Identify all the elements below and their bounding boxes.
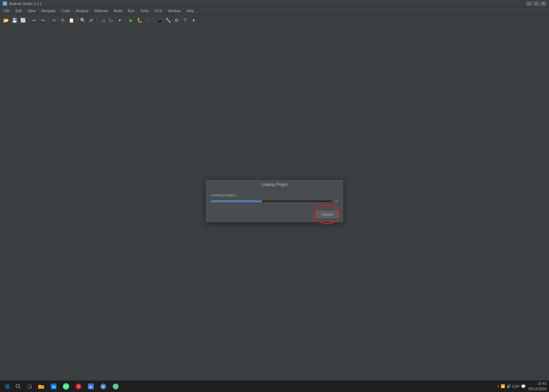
- progress-row: ⟳: [211, 199, 338, 204]
- cancel-button[interactable]: Cancel: [316, 211, 338, 218]
- taskbar-task-view[interactable]: ❑: [25, 382, 34, 391]
- svg-text:🤖: 🤖: [114, 385, 118, 389]
- tray-volume-icon: 🔊: [507, 384, 511, 388]
- toolbar-sep-6: [154, 17, 154, 24]
- toolbar-save[interactable]: 💾: [10, 16, 18, 24]
- menu-edit[interactable]: Edit: [13, 8, 25, 13]
- clock-time: 15:43: [528, 381, 546, 386]
- dialog-status-text: Loading project...: [211, 193, 338, 197]
- svg-line-1: [19, 387, 20, 388]
- menu-tools[interactable]: Tools: [138, 8, 151, 13]
- toolbar-dropdown[interactable]: ▾: [116, 16, 124, 24]
- menu-vcs[interactable]: VCS: [152, 8, 165, 13]
- toolbar-sep-4: [97, 17, 97, 24]
- toolbar-sep-2: [48, 17, 49, 24]
- taskbar-app-extra2[interactable]: ✿: [98, 381, 108, 392]
- menu-analyze[interactable]: Analyze: [73, 8, 91, 13]
- svg-text:✿: ✿: [102, 385, 105, 388]
- taskbar-app-android-studio[interactable]: AS: [61, 381, 71, 392]
- menu-run[interactable]: Run: [125, 8, 137, 13]
- taskbar-app-android[interactable]: 🤖: [110, 381, 121, 392]
- cancel-button-wrapper: Cancel: [316, 211, 338, 218]
- dialog-title-bar: Loading Project: [206, 180, 343, 189]
- toolbar-cut[interactable]: ✂: [50, 16, 58, 24]
- svg-text:AS: AS: [64, 385, 68, 388]
- system-clock[interactable]: 15:43 05/12/2016: [528, 381, 546, 391]
- menu-view[interactable]: View: [25, 8, 38, 13]
- menu-file[interactable]: File: [1, 8, 12, 13]
- menu-navigate[interactable]: Navigate: [39, 8, 58, 13]
- maximize-button[interactable]: □: [533, 1, 539, 6]
- toolbar-avd[interactable]: 📱: [156, 16, 163, 24]
- taskbar-left: ⊞ ❑ 🛍 AS O ▶ ✿ 🤖: [3, 381, 121, 392]
- toolbar-paste[interactable]: 📋: [67, 16, 75, 24]
- taskbar-windows-button[interactable]: ⊞: [3, 382, 12, 391]
- dialog-footer: Cancel: [206, 211, 343, 222]
- menu-refactor[interactable]: Refactor: [92, 8, 111, 13]
- toolbar-find[interactable]: 🔍: [79, 16, 87, 24]
- taskbar-app-opera[interactable]: O: [73, 381, 84, 392]
- title-bar-left: A Android Studio 2.2.2: [3, 1, 42, 6]
- minimize-button[interactable]: —: [526, 1, 532, 6]
- toolbar-help[interactable]: ?: [181, 16, 189, 24]
- title-text: Android Studio 2.2.2: [9, 2, 42, 6]
- svg-text:▶: ▶: [90, 385, 92, 388]
- toolbar-forward[interactable]: ▷: [107, 16, 115, 24]
- clock-date: 05/12/2016: [528, 386, 546, 391]
- svg-text:🛍: 🛍: [52, 384, 56, 389]
- progress-bar-fill: [211, 200, 262, 202]
- toolbar-sdk[interactable]: 🔧: [164, 16, 172, 24]
- toolbar-redo[interactable]: ↪: [39, 16, 47, 24]
- toolbar-sep-3: [77, 17, 77, 24]
- toolbar-stop[interactable]: ⬛: [144, 16, 152, 24]
- svg-point-0: [16, 384, 19, 387]
- app-icon: A: [3, 1, 7, 6]
- tray-network-icon: 📶: [501, 384, 505, 388]
- title-bar-controls: — □ ✕: [526, 1, 546, 6]
- tray-language: ESP: [512, 384, 520, 388]
- progress-spinner-icon: ⟳: [335, 199, 338, 204]
- toolbar-debug[interactable]: 🐛: [136, 16, 143, 24]
- toolbar-sync[interactable]: 🔄: [19, 16, 27, 24]
- status-bar: [0, 373, 549, 380]
- toolbar-run[interactable]: ▶: [127, 16, 135, 24]
- close-button[interactable]: ✕: [541, 1, 546, 6]
- toolbar: 📂 💾 🔄 ↩ ↪ ✂ ⎘ 📋 🔍 ⇄ ◁ ▷ ▾ ▶ 🐛 ⬛ 📱 🔧 ⚙ ? …: [0, 14, 549, 26]
- taskbar-app-store[interactable]: 🛍: [48, 381, 59, 392]
- taskbar-search-button[interactable]: [14, 382, 23, 391]
- title-bar: A Android Studio 2.2.2 — □ ✕: [0, 0, 549, 7]
- menu-bar: File Edit View Navigate Code Analyze Ref…: [0, 7, 549, 14]
- dialog-title-text: Loading Project: [261, 182, 288, 187]
- main-area: Loading Project Loading project... ⟳ Can…: [0, 26, 549, 380]
- progress-bar: [211, 200, 332, 203]
- toolbar-open[interactable]: 📂: [2, 16, 10, 24]
- toolbar-replace[interactable]: ⇄: [87, 16, 95, 24]
- tray-notification-icon[interactable]: 💬: [521, 384, 526, 389]
- toolbar-copy[interactable]: ⎘: [59, 16, 67, 24]
- taskbar: ⊞ ❑ 🛍 AS O ▶ ✿ 🤖: [0, 380, 549, 392]
- menu-help[interactable]: Help: [184, 8, 197, 13]
- toolbar-sep-5: [125, 17, 125, 24]
- toolbar-sep-1: [28, 17, 29, 24]
- dialog-content: Loading project... ⟳: [206, 189, 343, 211]
- svg-text:O: O: [77, 384, 80, 388]
- system-tray: ∧ 📶 🔊 ESP 💬: [497, 384, 526, 389]
- menu-window[interactable]: Window: [165, 8, 183, 13]
- toolbar-undo[interactable]: ↩: [30, 16, 38, 24]
- toolbar-back[interactable]: ◁: [99, 16, 107, 24]
- toolbar-settings[interactable]: ⚙: [173, 16, 180, 24]
- toolbar-extra[interactable]: ▾: [190, 16, 197, 24]
- menu-code[interactable]: Code: [59, 8, 73, 13]
- loading-dialog: Loading Project Loading project... ⟳ Can…: [206, 180, 343, 222]
- tray-chevron[interactable]: ∧: [497, 384, 499, 388]
- menu-build[interactable]: Build: [111, 8, 125, 13]
- taskbar-app-extra1[interactable]: ▶: [86, 381, 96, 392]
- taskbar-app-folder[interactable]: [36, 381, 46, 392]
- taskbar-right: ∧ 📶 🔊 ESP 💬 15:43 05/12/2016: [497, 381, 546, 391]
